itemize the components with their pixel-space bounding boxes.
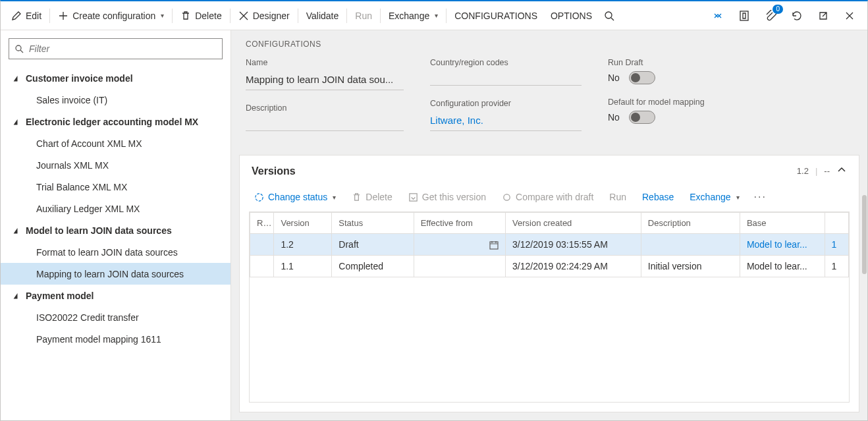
- tree-node[interactable]: Format to learn JOIN data sources: [1, 241, 231, 263]
- table-row[interactable]: 1.1Completed3/12/2019 02:24:29 AMInitial…: [250, 256, 849, 277]
- connector-icon-button[interactable]: [708, 6, 728, 26]
- table-header-row: R... Version Status Effective from Versi…: [250, 213, 849, 234]
- provider-value[interactable]: Litware, Inc.: [430, 112, 582, 131]
- country-value[interactable]: [430, 71, 582, 86]
- table-row[interactable]: 1.2Draft3/12/2019 03:15:55 AMModel to le…: [250, 234, 849, 256]
- change-status-button[interactable]: Change status ▾: [249, 189, 341, 205]
- col-base-n[interactable]: [825, 213, 849, 234]
- refresh-button[interactable]: [787, 6, 807, 26]
- attachments-badge: 0: [773, 5, 783, 14]
- tree-node[interactable]: ◢Payment model: [1, 285, 231, 306]
- designer-button[interactable]: Designer: [232, 1, 296, 30]
- description-value[interactable]: [246, 117, 404, 131]
- tree-node[interactable]: Sales invoice (IT): [1, 89, 231, 111]
- run-label: Run: [355, 11, 372, 21]
- table-cell[interactable]: [641, 234, 740, 256]
- table-cell[interactable]: [414, 256, 505, 277]
- tree-node-label: Trial Balance XML MX: [36, 182, 127, 192]
- search-button[interactable]: [599, 1, 620, 30]
- version-run-button: Run: [604, 189, 632, 205]
- tree-node-label: Mapping to learn JOIN data sources: [36, 269, 184, 279]
- default-mapping-toggle[interactable]: [629, 111, 655, 124]
- col-description[interactable]: Description: [641, 213, 740, 234]
- versions-dash: --: [824, 166, 830, 176]
- table-cell[interactable]: 1.1: [274, 256, 332, 277]
- exchange-button[interactable]: Exchange ▾: [382, 1, 445, 30]
- table-cell[interactable]: 1: [825, 256, 849, 277]
- chevron-down-icon: ▾: [736, 194, 740, 201]
- filter-input[interactable]: [28, 43, 217, 55]
- calendar-icon[interactable]: [489, 240, 499, 250]
- caret-icon: ◢: [14, 227, 19, 234]
- name-value[interactable]: Mapping to learn JOIN data sou...: [246, 71, 404, 90]
- tree-node[interactable]: Auxiliary Ledger XML MX: [1, 198, 231, 219]
- get-version-button: Get this version: [403, 189, 491, 205]
- close-button[interactable]: [840, 6, 859, 26]
- table-cell[interactable]: 3/12/2019 03:15:55 AM: [506, 234, 641, 256]
- default-mapping-label: Default for model mapping: [608, 98, 779, 107]
- versions-toolbar: Change status ▾ Delete Get this version …: [240, 186, 859, 211]
- scrollbar-thumb[interactable]: [862, 195, 867, 274]
- tree-node-label: Auxiliary Ledger XML MX: [36, 204, 140, 214]
- col-version[interactable]: Version: [274, 213, 332, 234]
- tree-node[interactable]: ISO20022 Credit transfer: [1, 306, 231, 328]
- table-cell[interactable]: [414, 234, 505, 256]
- chevron-down-icon: ▾: [435, 12, 438, 19]
- attachments-button[interactable]: 0: [761, 6, 780, 26]
- versions-header: Versions 1.2 | --: [240, 155, 859, 186]
- scrollbar[interactable]: [861, 30, 867, 420]
- col-effective[interactable]: Effective from: [414, 213, 505, 234]
- table-cell[interactable]: Completed: [332, 256, 414, 277]
- tree-node[interactable]: ◢Customer invoice model: [1, 67, 231, 89]
- filter-input-wrap[interactable]: [9, 38, 223, 59]
- table-cell[interactable]: Model to lear...: [740, 234, 825, 256]
- close-icon: [844, 10, 855, 22]
- popout-button[interactable]: [813, 6, 833, 26]
- versions-card: Versions 1.2 | -- Change status: [239, 155, 859, 412]
- run-draft-toggle[interactable]: [629, 71, 655, 84]
- tree-node[interactable]: ◢Electronic ledger accounting model MX: [1, 111, 231, 132]
- create-configuration-button[interactable]: Create configuration ▾: [51, 1, 171, 30]
- options-label: OPTIONS: [551, 11, 592, 21]
- table-cell[interactable]: Draft: [332, 234, 414, 256]
- table-cell[interactable]: Initial version: [641, 256, 740, 277]
- options-tab[interactable]: OPTIONS: [544, 1, 599, 30]
- table-cell[interactable]: [250, 256, 274, 277]
- tree-node-label: ISO20022 Credit transfer: [36, 312, 139, 323]
- validate-button[interactable]: Validate: [300, 1, 346, 30]
- configurations-tab[interactable]: CONFIGURATIONS: [448, 1, 544, 30]
- compare-button: Compare with draft: [497, 189, 599, 205]
- tree-node[interactable]: Journals XML MX: [1, 154, 231, 176]
- designer-icon: [238, 11, 249, 21]
- col-r[interactable]: R...: [250, 213, 274, 234]
- tree-node-label: Payment model mapping 1611: [36, 334, 161, 345]
- version-delete-button: Delete: [346, 189, 397, 205]
- table-cell[interactable]: [250, 234, 274, 256]
- tree-node[interactable]: Mapping to learn JOIN data sources: [1, 263, 231, 285]
- provider-label: Configuration provider: [430, 99, 582, 108]
- tree-node[interactable]: Trial Balance XML MX: [1, 176, 231, 198]
- versions-grid: R... Version Status Effective from Versi…: [249, 211, 850, 403]
- col-base[interactable]: Base: [740, 213, 825, 234]
- tree-node[interactable]: Chart of Account XML MX: [1, 132, 231, 154]
- more-button[interactable]: ···: [750, 191, 771, 203]
- search-icon: [604, 11, 614, 21]
- table-cell[interactable]: 1: [825, 234, 849, 256]
- collapse-icon[interactable]: [836, 165, 847, 177]
- compare-icon: [502, 192, 512, 202]
- col-created[interactable]: Version created: [506, 213, 641, 234]
- table-cell[interactable]: 1.2: [274, 234, 332, 256]
- tree-node-label: Model to learn JOIN data sources: [26, 225, 172, 236]
- tree-node[interactable]: ◢Model to learn JOIN data sources: [1, 219, 231, 241]
- version-exchange-button[interactable]: Exchange ▾: [684, 189, 744, 205]
- tree-node[interactable]: Payment model mapping 1611: [1, 328, 231, 350]
- svg-rect-4: [410, 193, 417, 200]
- table-cell[interactable]: Model to lear...: [740, 256, 825, 277]
- delete-button[interactable]: Delete: [174, 1, 228, 30]
- col-status[interactable]: Status: [332, 213, 414, 234]
- office-icon-button[interactable]: [734, 6, 754, 26]
- rebase-button[interactable]: Rebase: [637, 189, 679, 205]
- create-label: Create configuration: [72, 11, 155, 21]
- table-cell[interactable]: 3/12/2019 02:24:29 AM: [506, 256, 641, 277]
- edit-button[interactable]: Edit: [5, 1, 48, 30]
